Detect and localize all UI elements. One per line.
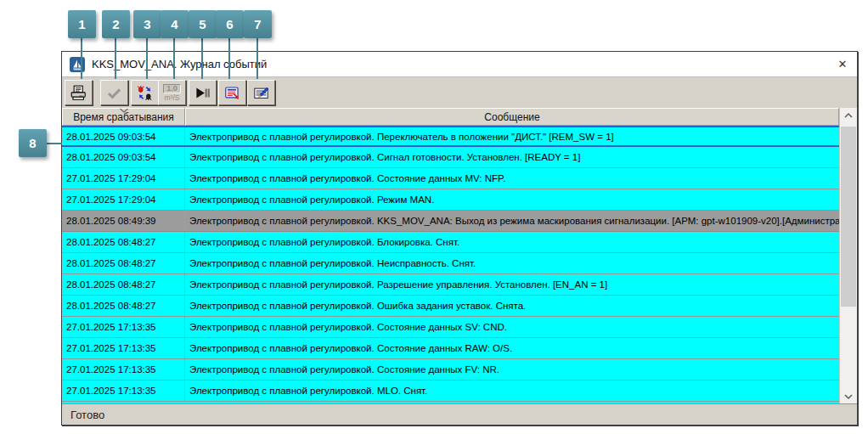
callout-badge-3: 3 bbox=[133, 10, 161, 38]
sailboat-logo-icon bbox=[70, 57, 85, 72]
table-row[interactable]: 27.01.2025 17:13:35Электропривод с плавн… bbox=[62, 317, 839, 338]
callout-badge-8: 8 bbox=[19, 129, 47, 157]
row-time: 28.01.2025 09:03:54 bbox=[62, 147, 185, 167]
row-message: Электропривод с плавной регулировкой. Пе… bbox=[185, 127, 839, 145]
column-header-time[interactable]: Время срабатывания bbox=[62, 108, 185, 126]
edit-note-button[interactable] bbox=[247, 80, 275, 105]
scroll-down-button[interactable] bbox=[840, 389, 857, 403]
callout-badge-6: 6 bbox=[216, 10, 244, 38]
row-time: 27.01.2025 17:13:35 bbox=[62, 380, 185, 401]
chevron-down-icon bbox=[844, 394, 853, 399]
vertical-scrollbar[interactable] bbox=[839, 108, 857, 403]
table-row[interactable]: 28.01.2025 08:48:27Электропривод с плавн… bbox=[62, 232, 839, 253]
sort-indicator-icon bbox=[119, 108, 128, 113]
row-message: Электропривод с плавной регулировкой. Ра… bbox=[185, 274, 839, 295]
table-row[interactable]: 27.01.2025 17:29:04Электропривод с плавн… bbox=[62, 189, 839, 211]
units-unit: m³/S bbox=[165, 94, 180, 102]
table-row[interactable]: 28.01.2025 09:03:54Электропривод с плавн… bbox=[62, 147, 839, 168]
row-message: Электропривод с плавной регулировкой. Ош… bbox=[185, 296, 839, 316]
callout-line-6 bbox=[228, 38, 230, 79]
row-time: 28.01.2025 09:03:54 bbox=[62, 127, 185, 145]
event-list-export-button[interactable] bbox=[218, 80, 246, 105]
scroll-up-button[interactable] bbox=[840, 108, 857, 122]
printer-icon bbox=[70, 85, 87, 101]
row-message: Электропривод с плавной регулировкой. Ре… bbox=[185, 189, 839, 210]
print-button[interactable] bbox=[65, 80, 93, 105]
toolbar: 1.0 m³/S bbox=[62, 77, 857, 108]
callout-line-5 bbox=[201, 38, 203, 79]
callout-line-8 bbox=[47, 143, 62, 144]
table-row[interactable]: 28.01.2025 08:49:39Электропривод с плавн… bbox=[62, 211, 839, 232]
check-icon bbox=[106, 85, 122, 101]
table-header: Время срабатывания Сообщение bbox=[62, 108, 839, 126]
row-time: 28.01.2025 08:48:27 bbox=[62, 296, 185, 316]
table-body: 28.01.2025 09:03:54Электропривод с плавн… bbox=[62, 126, 839, 402]
row-time: 27.01.2025 17:13:35 bbox=[62, 317, 185, 337]
row-time: 28.01.2025 08:48:27 bbox=[62, 232, 185, 252]
units-value: 1.0 bbox=[163, 84, 181, 93]
callout-line-7 bbox=[256, 38, 258, 79]
callout-line-4 bbox=[173, 38, 175, 79]
row-time: 27.01.2025 17:29:04 bbox=[62, 168, 185, 189]
units-display-button[interactable]: 1.0 m³/S bbox=[158, 80, 186, 105]
annotated-screenshot: 1 2 3 4 5 6 7 8 KKS_MOV_ANA. Журнал собы… bbox=[0, 0, 868, 434]
table-row[interactable]: 27.01.2025 17:13:35Электропривод с плавн… bbox=[62, 338, 839, 359]
table-row[interactable]: 28.01.2025 09:03:54Электропривод с плавн… bbox=[62, 126, 839, 147]
row-message: Электропривод с плавной регулировкой. ML… bbox=[185, 380, 839, 401]
column-header-message[interactable]: Сообщение bbox=[185, 108, 839, 126]
run-pause-button[interactable] bbox=[189, 80, 217, 105]
row-message: Электропривод с плавной регулировкой. Со… bbox=[185, 359, 839, 380]
callout-line-1 bbox=[81, 38, 82, 79]
callout-badge-1: 1 bbox=[68, 10, 96, 38]
column-header-message-label: Сообщение bbox=[484, 111, 539, 123]
list-arrow-icon bbox=[224, 85, 240, 101]
close-icon[interactable]: ✕ bbox=[833, 54, 852, 73]
titlebar[interactable]: KKS_MOV_ANA. Журнал событий ✕ bbox=[62, 52, 857, 77]
event-table: Время срабатывания Сообщение 28.01.2025 … bbox=[62, 108, 857, 404]
row-message: Электропривод с плавной регулировкой. KK… bbox=[185, 211, 839, 231]
row-message: Электропривод с плавной регулировкой. Со… bbox=[185, 168, 839, 189]
row-message: Электропривод с плавной регулировкой. Си… bbox=[185, 147, 839, 167]
row-message: Электропривод с плавной регулировкой. Со… bbox=[185, 317, 839, 337]
status-text: Готово bbox=[62, 409, 104, 421]
row-message: Электропривод с плавной регулировкой. Не… bbox=[185, 253, 839, 273]
row-message: Электропривод с плавной регулировкой. Бл… bbox=[185, 232, 839, 252]
table-row[interactable]: 28.01.2025 08:48:27Электропривод с плавн… bbox=[62, 296, 839, 317]
table-row[interactable]: 27.01.2025 17:29:04Электропривод с плавн… bbox=[62, 168, 839, 189]
window-title: KKS_MOV_ANA. Журнал событий bbox=[92, 58, 267, 70]
table-row[interactable]: 28.01.2025 08:48:27Электропривод с плавн… bbox=[62, 274, 839, 296]
row-time: 27.01.2025 17:29:04 bbox=[62, 189, 185, 210]
table-row[interactable]: 27.01.2025 17:13:35Электропривод с плавн… bbox=[62, 359, 839, 380]
alarm-switch-button[interactable] bbox=[131, 80, 159, 105]
row-time: 28.01.2025 08:48:27 bbox=[62, 274, 185, 295]
alarm-switch-icon bbox=[137, 85, 153, 101]
row-time: 27.01.2025 17:13:35 bbox=[62, 338, 185, 358]
units-icon: 1.0 m³/S bbox=[163, 84, 181, 102]
callout-badge-4: 4 bbox=[161, 10, 189, 38]
table-row[interactable]: 28.01.2025 08:48:27Электропривод с плавн… bbox=[62, 253, 839, 274]
row-message: Электропривод с плавной регулировкой. Со… bbox=[185, 338, 839, 358]
row-time: 28.01.2025 08:49:39 bbox=[62, 211, 185, 231]
callout-badge-5: 5 bbox=[189, 10, 217, 38]
statusbar: Готово bbox=[62, 403, 857, 425]
table-row[interactable]: 27.01.2025 17:13:35Электропривод с плавн… bbox=[62, 380, 839, 402]
callout-badge-7: 7 bbox=[244, 10, 272, 38]
chevron-up-icon bbox=[844, 113, 853, 118]
callout-line-3 bbox=[146, 38, 148, 79]
scrollbar-thumb[interactable] bbox=[841, 127, 856, 307]
acknowledge-button[interactable] bbox=[100, 80, 128, 105]
row-time: 27.01.2025 17:13:35 bbox=[62, 359, 185, 380]
edit-pencil-icon bbox=[253, 85, 269, 101]
callout-line-2 bbox=[115, 38, 116, 79]
row-time: 28.01.2025 08:48:27 bbox=[62, 253, 185, 273]
play-pause-icon bbox=[194, 85, 211, 101]
event-log-window: KKS_MOV_ANA. Журнал событий ✕ bbox=[61, 51, 858, 426]
callout-badge-2: 2 bbox=[102, 10, 130, 38]
